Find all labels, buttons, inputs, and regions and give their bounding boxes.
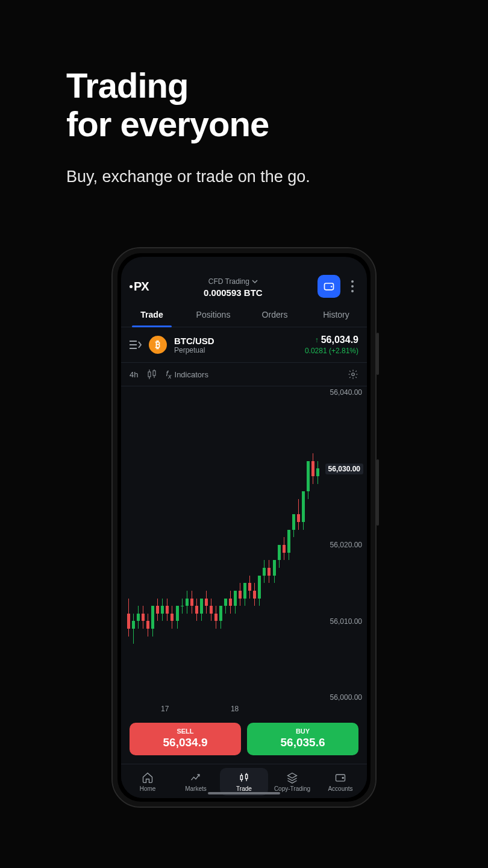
candle — [273, 560, 276, 583]
candle — [219, 606, 222, 629]
pair-type: Perpetual — [174, 346, 214, 354]
wallet-button[interactable] — [318, 275, 340, 298]
candle — [190, 591, 193, 614]
arrow-up-icon: ↑ — [315, 336, 319, 344]
sell-price: 56,034.9 — [130, 736, 241, 749]
phone-screen: PX CFD Trading 0.000593 BTC — [121, 257, 367, 798]
tab-trade[interactable]: Trade — [121, 304, 183, 327]
price-chart[interactable]: 56,040.0056,030.0056,020.0056,010.0056,0… — [121, 386, 367, 715]
phone-side-button — [377, 333, 379, 375]
hero-title-line1: Trading — [66, 66, 188, 105]
candle — [287, 530, 290, 561]
candle — [137, 606, 140, 629]
candle — [142, 606, 145, 629]
app-header: PX CFD Trading 0.000593 BTC — [121, 257, 367, 304]
pair-list-icon[interactable] — [130, 340, 142, 350]
candle — [151, 606, 154, 637]
nav-label: Home — [140, 785, 156, 792]
buy-label: BUY — [247, 728, 358, 735]
app-logo[interactable]: PX — [130, 280, 149, 294]
candle — [214, 606, 217, 629]
y-axis-tick: 56,000.00 — [330, 693, 362, 702]
candle — [186, 591, 189, 614]
candle — [224, 599, 227, 614]
y-axis-tick: 56,010.00 — [330, 617, 362, 626]
candle — [253, 583, 256, 606]
trade-buttons: SELL 56,034.9 BUY 56,035.6 — [121, 715, 367, 764]
page-tabs: Trade Positions Orders History — [121, 304, 367, 327]
chevron-down-icon — [252, 278, 258, 285]
candle — [205, 591, 208, 614]
candle — [311, 453, 314, 484]
buy-button[interactable]: BUY 56,035.6 — [247, 723, 358, 755]
nav-label: Trade — [236, 785, 252, 792]
svg-rect-12 — [246, 775, 248, 779]
svg-point-8 — [352, 373, 355, 376]
candle — [239, 583, 242, 606]
indicators-label: Indicators — [175, 370, 208, 379]
candle — [316, 461, 319, 484]
svg-rect-5 — [153, 371, 155, 376]
hero-title-line2: for everyone — [66, 104, 269, 143]
tab-history[interactable]: History — [305, 304, 367, 327]
candle — [156, 599, 159, 621]
bitcoin-icon: ₿ — [149, 336, 167, 354]
candle — [248, 576, 251, 599]
layers-icon — [286, 772, 298, 784]
timeframe-selector[interactable]: 4h — [130, 370, 138, 379]
fx-icon: fx — [166, 369, 171, 380]
price-marker: 56,030.00 — [325, 464, 363, 474]
candle — [302, 491, 305, 529]
candle — [170, 606, 174, 629]
pair-change: 0.0281 (+2.81%) — [305, 347, 358, 355]
tab-positions[interactable]: Positions — [183, 304, 244, 327]
candle — [278, 545, 281, 568]
candlestick-icon — [238, 772, 250, 784]
x-axis-tick: 18 — [231, 705, 239, 713]
hero-subtitle: Buy, exchange or trade on the go. — [66, 168, 488, 186]
y-axis-tick: 56,040.00 — [330, 388, 362, 397]
candle — [263, 560, 266, 583]
candle — [181, 599, 184, 614]
pair-symbol: BTC/USD — [174, 336, 214, 346]
candle — [307, 461, 310, 499]
candle — [297, 499, 300, 530]
home-indicator[interactable] — [208, 792, 280, 794]
tab-orders[interactable]: Orders — [244, 304, 305, 327]
chart-line-icon — [190, 772, 202, 784]
candle — [267, 560, 271, 583]
wallet-icon — [323, 280, 335, 292]
buy-price: 56,035.6 — [247, 736, 358, 749]
candle-type-icon[interactable] — [148, 370, 156, 379]
svg-rect-9 — [240, 776, 242, 780]
chart-settings-button[interactable] — [348, 369, 358, 380]
candle — [243, 583, 246, 606]
candle — [292, 514, 295, 537]
nav-accounts[interactable]: Accounts — [316, 768, 364, 796]
svg-point-1 — [331, 286, 333, 288]
candle — [210, 599, 213, 621]
sell-button[interactable]: SELL 56,034.9 — [130, 723, 241, 755]
trading-mode-label: CFD Trading — [208, 277, 249, 286]
hero-title: Trading for everyone — [66, 66, 488, 143]
gear-icon — [348, 369, 358, 380]
header-center[interactable]: CFD Trading 0.000593 BTC — [155, 275, 311, 298]
candle — [200, 599, 203, 621]
nav-label: Markets — [185, 785, 207, 792]
nav-label: Accounts — [328, 785, 352, 792]
wallet-icon — [334, 772, 346, 784]
phone-side-button — [377, 459, 379, 526]
candle — [166, 599, 169, 621]
chart-toolbar: 4h fx Indicators — [121, 363, 367, 386]
candle — [132, 614, 135, 644]
home-icon — [142, 772, 154, 784]
candle — [258, 576, 261, 606]
svg-rect-2 — [148, 372, 151, 377]
more-button[interactable] — [346, 280, 358, 292]
svg-point-16 — [342, 777, 343, 778]
candle — [283, 537, 286, 560]
nav-home[interactable]: Home — [124, 768, 172, 796]
indicators-button[interactable]: fx Indicators — [166, 369, 208, 380]
instrument-row[interactable]: ₿ BTC/USD Perpetual ↑ 56,034.9 0.0281 (+… — [121, 327, 367, 363]
pair-price: 56,034.9 — [321, 335, 358, 345]
